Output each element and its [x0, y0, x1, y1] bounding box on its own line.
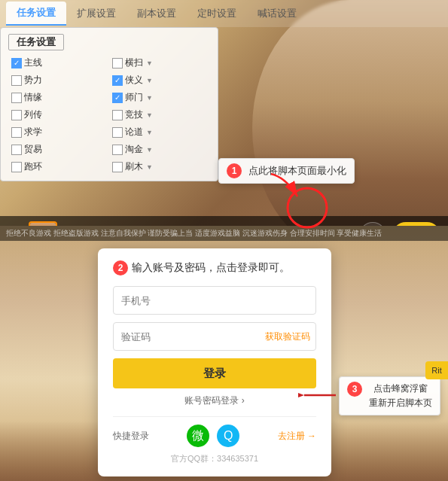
quick-login-section: 快捷登录 微 Q 去注册 → — [113, 416, 316, 447]
minimize-tooltip: 1 点此将脚本页面最小化 — [218, 158, 355, 184]
sweep-dropdown[interactable]: ▼ — [146, 59, 153, 67]
social-icons: 微 Q — [187, 425, 239, 447]
spacer8 — [160, 107, 210, 123]
phone-input[interactable] — [113, 286, 316, 315]
login-card: 2 输入账号及密码，点击登录即可。 获取验证码 登录 账号密码登录 › 快捷登录… — [98, 248, 331, 476]
task-mainline[interactable]: ✓ 主线 — [8, 55, 59, 71]
tab-dungeon-settings[interactable]: 副本设置 — [126, 2, 187, 25]
login-step-header: 2 输入账号及密码，点击登录即可。 — [113, 260, 316, 276]
login-button[interactable]: 登录 — [113, 358, 316, 388]
task-faction-label: 势力 — [24, 74, 42, 87]
spacer10 — [160, 124, 210, 140]
checkbox-discuss[interactable] — [112, 127, 123, 138]
task-wood[interactable]: 刷木 ▼ — [109, 159, 160, 175]
step3-badge: 3 — [347, 382, 362, 397]
checkbox-gold[interactable] — [112, 145, 123, 155]
step2-badge: 2 — [113, 260, 128, 276]
task-master-label: 师门 — [125, 91, 143, 104]
task-settings-panel: 任务设置 ✓ 主线 横扫 ▼ 势力 ✓ 侠义 ▼ 情缘 — [0, 27, 218, 181]
checkbox-chronicle[interactable] — [11, 110, 22, 120]
minimize-tooltip-text: 点此将脚本页面最小化 — [248, 165, 346, 176]
spacer13 — [59, 159, 62, 175]
gold-dropdown[interactable]: ▼ — [146, 146, 153, 154]
task-master[interactable]: ✓ 师门 ▼ — [109, 90, 160, 105]
spacer6 — [160, 90, 210, 105]
spacer4 — [160, 72, 210, 88]
qq-login-button[interactable]: Q — [217, 425, 239, 447]
step1-badge: 1 — [227, 163, 242, 178]
qq-group-text: 官方QQ群：334635371 — [113, 453, 316, 464]
wood-dropdown[interactable]: ▼ — [146, 163, 153, 171]
checkbox-faction[interactable] — [11, 75, 22, 86]
tab-shout-settings[interactable]: 喊话设置 — [247, 2, 307, 25]
disclaimer-text: 拒绝不良游戏 拒绝盗版游戏 注意自我保护 谨防受骗上当 适度游戏益脑 沉迷游戏伤… — [6, 228, 382, 239]
task-gold[interactable]: 淘金 ▼ — [109, 142, 160, 157]
task-sweep[interactable]: 横扫 ▼ — [109, 55, 160, 71]
task-study[interactable]: 求学 — [8, 124, 59, 140]
spacer12 — [160, 142, 210, 157]
rit-side-button[interactable]: Rit — [425, 361, 448, 379]
step3-arrow — [298, 388, 340, 403]
wechat-icon: 微 — [192, 428, 204, 444]
task-patrol[interactable]: 跑环 — [8, 159, 59, 175]
task-affinity[interactable]: 情缘 — [8, 90, 59, 105]
task-trade[interactable]: 贸易 — [8, 142, 59, 157]
verify-row: 获取验证码 — [113, 322, 316, 351]
tab-timer-settings[interactable]: 定时设置 — [187, 2, 247, 25]
task-chivalry[interactable]: ✓ 侠义 ▼ — [109, 72, 160, 88]
task-discuss[interactable]: 论道 ▼ — [109, 124, 160, 140]
spacer3 — [59, 72, 62, 88]
checkbox-affinity[interactable] — [11, 93, 22, 103]
checkbox-wood[interactable] — [112, 162, 123, 172]
register-link[interactable]: 去注册 → — [278, 430, 316, 443]
checkbox-study[interactable] — [11, 127, 22, 138]
task-chronicle[interactable]: 列传 — [8, 107, 59, 123]
checkbox-patrol[interactable] — [11, 162, 22, 172]
quick-login-label: 快捷登录 — [113, 430, 149, 443]
task-patrol-label: 跑环 — [24, 160, 42, 173]
disclaimer-bar: 拒绝不良游戏 拒绝盗版游戏 注意自我保护 谨防受骗上当 适度游戏益脑 沉迷游戏伤… — [0, 226, 448, 241]
task-gold-label: 淘金 — [125, 143, 143, 156]
master-dropdown[interactable]: ▼ — [146, 94, 153, 102]
checkbox-trade[interactable] — [11, 145, 22, 155]
login-instruction: 输入账号及密码，点击登录即可。 — [132, 261, 290, 275]
task-trade-label: 贸易 — [24, 143, 42, 156]
get-code-button[interactable]: 获取验证码 — [265, 330, 310, 343]
task-faction[interactable]: 势力 — [8, 72, 59, 88]
task-chronicle-label: 列传 — [24, 108, 42, 121]
tab-task-settings[interactable]: 任务设置 — [6, 2, 66, 26]
qq-icon: Q — [224, 429, 233, 443]
chivalry-dropdown[interactable]: ▼ — [146, 77, 153, 84]
checkbox-sweep[interactable] — [112, 58, 123, 68]
checkbox-master[interactable]: ✓ — [112, 93, 123, 103]
spacer9 — [59, 124, 62, 140]
panel-title-label: 任务设置 — [8, 34, 64, 50]
task-grid: ✓ 主线 横扫 ▼ 势力 ✓ 侠义 ▼ 情缘 ✓ 师门 — [8, 55, 210, 175]
checkbox-arena[interactable] — [112, 110, 123, 120]
rit-label: Rit — [431, 366, 441, 375]
task-affinity-label: 情缘 — [24, 91, 42, 104]
discuss-dropdown[interactable]: ▼ — [146, 129, 153, 136]
task-discuss-label: 论道 — [125, 126, 143, 139]
arena-dropdown[interactable]: ▼ — [146, 111, 153, 119]
tab-extend-settings[interactable]: 扩展设置 — [66, 2, 126, 25]
wechat-login-button[interactable]: 微 — [187, 425, 209, 447]
account-password-link[interactable]: 账号密码登录 › — [113, 394, 316, 407]
checkbox-chivalry[interactable]: ✓ — [112, 75, 123, 86]
task-mainline-label: 主线 — [24, 56, 42, 69]
step3-text: 点击蜂窝浮窗重新开启脚本页 — [369, 382, 432, 410]
step3-bubble: 3 点击蜂窝浮窗重新开启脚本页 — [339, 376, 440, 416]
spacer7 — [59, 107, 62, 123]
task-study-label: 求学 — [24, 126, 42, 139]
spacer5 — [59, 90, 62, 105]
spacer — [59, 55, 62, 71]
spacer11 — [59, 142, 62, 157]
checkbox-mainline[interactable]: ✓ — [11, 58, 22, 68]
spacer14 — [160, 159, 210, 175]
task-chivalry-label: 侠义 — [125, 74, 143, 87]
task-wood-label: 刷木 — [125, 160, 143, 173]
spacer2 — [160, 55, 210, 71]
task-arena[interactable]: 竞技 ▼ — [109, 107, 160, 123]
tab-bar: 任务设置 扩展设置 副本设置 定时设置 喊话设置 — [0, 0, 448, 27]
task-arena-label: 竞技 — [125, 108, 143, 121]
